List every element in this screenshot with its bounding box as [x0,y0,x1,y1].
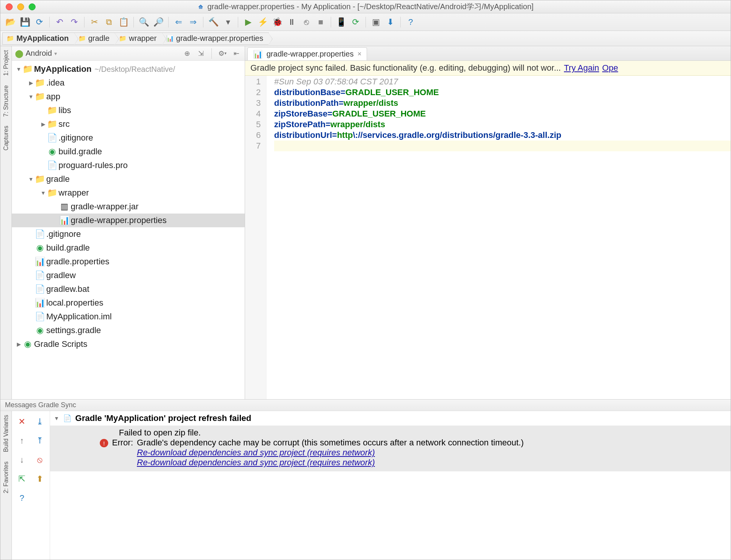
tree-node[interactable]: 📄gradlew.bat [12,282,245,296]
structure-tool-tab[interactable]: 7: Structure [3,85,10,117]
prev-message-button[interactable]: ↑ [14,432,30,449]
close-window-button[interactable] [6,3,13,10]
code-content[interactable]: #Sun Sep 03 07:58:04 CST 2017distributio… [266,76,731,399]
project-tool-tab[interactable]: 1: Project [3,50,10,76]
help-messages-button[interactable]: ? [14,490,30,507]
tree-node[interactable]: ▥gradle-wrapper.jar [12,200,245,214]
file-icon: 📊 [35,257,45,267]
open-button[interactable]: 📂 [3,15,17,29]
main-area: 1: Project 7: Structure Captures ⬤ Andro… [0,46,731,399]
tree-node[interactable]: ▼📁gradle [12,172,245,186]
breadcrumb-label: wrapper [129,34,156,43]
file-icon: 📁 [47,188,57,198]
redownload-link[interactable]: Re-download dependencies and sync projec… [137,458,524,468]
tree-node[interactable]: ▼📁wrapper [12,186,245,200]
tree-node[interactable]: 📊gradle.properties [12,255,245,269]
minimize-window-button[interactable] [17,3,24,10]
back-button[interactable]: ⇐ [172,15,185,29]
undo-button[interactable]: ↶ [53,15,67,29]
toolbar-separator [133,17,134,28]
try-again-link[interactable]: Try Again [564,63,599,73]
sdk-button[interactable]: ⟳ [349,15,362,29]
tree-node[interactable]: 📊local.properties [12,296,245,310]
tree-node[interactable]: 📄.gitignore [12,227,245,241]
run-config-dropdown[interactable]: ▾ [221,15,235,29]
tree-node[interactable]: 📊gradle-wrapper.properties [12,214,245,227]
close-messages-button[interactable]: ✕ [14,413,30,430]
build-button[interactable]: 🔨 [206,15,220,29]
tree-node[interactable]: 📄.gitignore [12,131,245,145]
redo-button[interactable]: ↷ [67,15,81,29]
project-view-selector[interactable]: ⬤ Android ▾ [15,49,57,58]
export-button[interactable]: ⇱ [14,471,30,487]
hide-panel-button[interactable]: ⇤ [231,48,242,59]
expand-all-button[interactable]: ⤓ [32,413,48,430]
collapse-all-button[interactable]: ⊕ [182,48,192,59]
tree-node[interactable]: ◉build.gradle [12,145,245,159]
find-button[interactable]: 🔍 [137,15,151,29]
editor-tab[interactable]: 📊 gradle-wrapper.properties × [247,47,367,60]
sync-button[interactable]: ⟳ [32,15,46,29]
apply-changes-button[interactable]: ⚡ [256,15,270,29]
breadcrumb-item[interactable]: 📁gradle [74,32,115,45]
attach-button[interactable]: ⎋ [299,15,313,29]
open-link[interactable]: Ope [602,63,618,73]
message-header-row[interactable]: ▼ 📄 Gradle 'MyApplication' project refre… [50,411,731,426]
file-icon: 📄 [35,284,45,294]
project-panel: ⬤ Android ▾ ⊕ ⇲ ⚙▾ ⇤ ▼📁MyApplication~/De… [12,46,245,399]
save-button[interactable]: 💾 [18,15,32,29]
paste-button[interactable]: 📋 [117,15,130,29]
breadcrumb-item[interactable]: 📁MyApplication [2,32,75,45]
tree-node[interactable]: ▼📁app [12,90,245,104]
tree-node-label: settings.gradle [46,325,101,335]
tree-node-label: build.gradle [46,243,90,253]
messages-panel-title[interactable]: Messages Gradle Sync [0,400,731,411]
download-button[interactable]: ⬇ [383,15,397,29]
captures-tool-tab[interactable]: Captures [3,126,10,151]
expand-button[interactable]: ⇲ [195,48,206,59]
breadcrumb-item[interactable]: 📊gradle-wrapper.properties [162,32,269,45]
tree-root[interactable]: ▼📁MyApplication~/Desktop/ReactNative/ [12,62,245,76]
tree-node[interactable]: ◉build.gradle [12,241,245,255]
code-editor[interactable]: 1234567 #Sun Sep 03 07:58:04 CST 2017dis… [245,76,731,399]
run-button[interactable]: ▶ [241,15,255,29]
favorites-tool-tab[interactable]: 2: Favorites [3,461,10,494]
breadcrumb-item[interactable]: 📁wrapper [115,32,162,45]
tree-node[interactable]: 📄proguard-rules.pro [12,159,245,172]
cut-button[interactable]: ✂ [88,15,101,29]
tree-node-label: gradlew [46,270,76,280]
breadcrumb-label: MyApplication [16,34,69,43]
project-view-label: Android [26,49,52,58]
build-variants-tool-tab[interactable]: Build Variants [3,415,10,452]
close-tab-button[interactable]: × [357,50,362,58]
forward-button[interactable]: ⇒ [186,15,200,29]
tree-node[interactable]: 📄MyApplication.iml [12,310,245,324]
copy-button[interactable]: ⧉ [102,15,116,29]
stop-button[interactable]: ■ [314,15,328,29]
toolbar-separator [331,17,331,28]
replace-button[interactable]: 🔎 [151,15,165,29]
tree-node-label: gradle-wrapper.properties [71,215,167,225]
import-button[interactable]: ⬆ [32,471,48,487]
tree-node[interactable]: ▶📁src [12,117,245,131]
tree-node[interactable]: 📄gradlew [12,269,245,282]
profile-button[interactable]: ⏸ [285,15,299,29]
debug-button[interactable]: 🐞 [270,15,284,29]
help-button[interactable]: ? [404,15,417,29]
zoom-window-button[interactable] [29,3,36,10]
tree-node[interactable]: ▶📁.idea [12,76,245,90]
layout-inspector-button[interactable]: ▣ [369,15,383,29]
avd-button[interactable]: 📱 [334,15,348,29]
tree-arrow-icon: ▶ [15,341,23,347]
tree-node[interactable]: 📁libs [12,104,245,117]
traffic-lights [0,3,36,10]
collapse-all-button[interactable]: ⤒ [32,432,48,449]
settings-button[interactable]: ⚙▾ [217,48,228,59]
next-message-button[interactable]: ↓ [14,452,30,468]
toolbar-separator [400,17,401,28]
tree-node[interactable]: ◉settings.gradle [12,324,245,337]
redownload-link[interactable]: Re-download dependencies and sync projec… [137,448,524,458]
stop-messages-button[interactable]: ⦸ [32,452,48,468]
project-tree[interactable]: ▼📁MyApplication~/Desktop/ReactNative/▶📁.… [12,61,245,399]
tree-node[interactable]: ▶◉Gradle Scripts [12,337,245,351]
